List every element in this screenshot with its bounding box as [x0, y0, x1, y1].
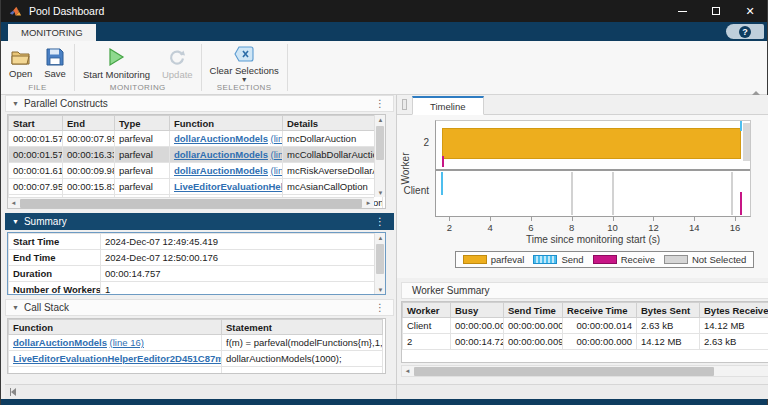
empty-cell[interactable] — [9, 367, 222, 375]
collapse-ribbon-button[interactable] — [752, 82, 761, 91]
type-cell[interactable]: parfeval — [115, 147, 170, 163]
type-cell[interactable]: parfeval — [115, 179, 170, 195]
statement-cell[interactable]: dollarAuctionModels(1000); — [222, 351, 383, 367]
type-cell[interactable]: parfeval — [115, 131, 170, 147]
scroll-up-icon[interactable]: ▲ — [375, 115, 386, 124]
timeline-event-notsel-thin[interactable] — [612, 172, 614, 215]
clear-selections-button[interactable]: Clear Selections ▼ — [210, 45, 279, 82]
function-link[interactable]: LiveEditorEvaluationHelpe... — [174, 181, 283, 192]
table-row[interactable]: End Time2024-Dec-07 12:50:00.176 — [9, 250, 385, 266]
parallel-constructs-header[interactable]: ▼ Parallel Constructs ⋮ — [5, 95, 394, 112]
table-row[interactable]: Start Time2024-Dec-07 12:49:45.419 — [9, 234, 385, 250]
horizontal-scrollbar[interactable]: ◄ ► — [401, 365, 768, 377]
receive-time-cell[interactable]: 00:00:00.000 — [563, 334, 637, 350]
scroll-right-icon[interactable]: ► — [363, 199, 374, 208]
start-cell[interactable]: 00:00:01.573 — [9, 147, 63, 163]
end-cell[interactable]: 00:00:09.989 — [63, 163, 115, 179]
scrollbar-thumb[interactable] — [376, 244, 384, 274]
vertical-scrollbar[interactable]: ▲ ▼ — [374, 233, 385, 294]
line-link[interactable]: (line 16) — [271, 133, 283, 144]
kebab-menu-icon[interactable]: ⋮ — [375, 98, 385, 109]
legend-item[interactable]: parfeval — [463, 254, 525, 265]
close-button[interactable]: ✕ — [733, 0, 767, 22]
start-cell[interactable]: 00:00:07.950 — [9, 179, 63, 195]
scroll-down-icon[interactable]: ▼ — [375, 188, 386, 197]
table-row[interactable]: dollarAuctionModels (line 16)f(m) = parf… — [9, 335, 383, 351]
tab-timeline[interactable]: Timeline — [412, 96, 484, 115]
line-link[interactable]: (line 16) — [110, 337, 144, 348]
scroll-down-icon[interactable]: ▼ — [375, 285, 386, 294]
summary-value-cell[interactable]: 1 — [101, 282, 385, 296]
table-row[interactable]: 00:00:07.95000:00:15.830parfevalLiveEdit… — [9, 179, 383, 195]
timeline-event-send[interactable] — [740, 121, 742, 131]
update-button[interactable]: Update — [162, 47, 193, 80]
table-row[interactable]: Number of Workers1 — [9, 282, 385, 296]
timeline-event-receive[interactable] — [442, 156, 444, 167]
bytes-received-cell[interactable]: 14.12 MB — [700, 318, 768, 334]
worker-summary-header[interactable]: ▼ Worker Summary ⋮ — [401, 282, 768, 299]
column-header[interactable]: Receive Time — [563, 303, 637, 318]
kebab-menu-icon[interactable]: ⋮ — [375, 216, 385, 227]
timeline-event-receive[interactable] — [740, 192, 742, 215]
column-header[interactable]: Busy — [451, 303, 504, 318]
legend-item[interactable]: Send — [533, 254, 583, 265]
bytes-sent-cell[interactable]: 2.63 kB — [637, 318, 700, 334]
summary-value-cell[interactable]: 00:00:14.757 — [101, 266, 385, 282]
table-row[interactable]: LiveEditorEvaluationHelperEeditor2D451C8… — [9, 351, 383, 367]
start-cell[interactable]: 00:00:01.615 — [9, 163, 63, 179]
timeline-event-notsel[interactable] — [743, 123, 750, 161]
table-row[interactable]: 00:00:01.57300:00:16.330parfevaldollarAu… — [9, 147, 383, 163]
summary-header[interactable]: ▼ Summary ⋮ — [5, 213, 394, 230]
send-time-cell[interactable]: 00:00:00.000 — [504, 318, 563, 334]
start-monitoring-button[interactable]: Start Monitoring — [83, 47, 150, 80]
table-row[interactable]: Client00:00:00.00000:00:00.00000:00:00.0… — [403, 318, 768, 334]
send-time-cell[interactable]: 00:00:00.009 — [504, 334, 563, 350]
kebab-menu-icon[interactable]: ⋮ — [375, 302, 385, 313]
column-header[interactable]: Bytes Received — [700, 303, 768, 318]
end-cell[interactable]: 00:00:15.830 — [63, 179, 115, 195]
column-header[interactable]: Function — [170, 116, 283, 131]
column-header[interactable]: Function — [9, 320, 222, 335]
table-row[interactable]: Duration00:00:14.757 — [9, 266, 385, 282]
busy-cell[interactable]: 00:00:14.721 — [451, 334, 504, 350]
function-link[interactable]: dollarAuctionModels — [174, 165, 268, 176]
bytes-sent-cell[interactable]: 14.12 MB — [637, 334, 700, 350]
minimize-button[interactable] — [665, 0, 699, 22]
table-row[interactable]: 00:00:01.61500:00:09.989parfevaldollarAu… — [9, 163, 383, 179]
scrollbar-thumb[interactable] — [20, 199, 362, 208]
line-link[interactable]: (line 16) — [271, 149, 283, 160]
column-header[interactable]: End — [63, 116, 115, 131]
legend-item[interactable]: Receive — [593, 254, 655, 265]
summary-value-cell[interactable]: 2024-Dec-07 12:49:45.419 — [101, 234, 385, 250]
busy-cell[interactable]: 00:00:00.000 — [451, 318, 504, 334]
column-header[interactable]: Start — [9, 116, 63, 131]
type-cell[interactable]: parfeval — [115, 163, 170, 179]
timeline-plot[interactable] — [435, 120, 751, 217]
panel-grip-icon[interactable] — [402, 99, 407, 110]
timeline-event-parfeval[interactable] — [442, 128, 741, 159]
open-button[interactable]: Open — [9, 48, 32, 79]
table-row[interactable]: 00:00:01.57100:00:07.959parfevaldollarAu… — [9, 131, 383, 147]
timeline-event-notsel-thin[interactable] — [731, 172, 733, 215]
summary-label-cell[interactable]: Start Time — [9, 234, 101, 250]
vertical-scrollbar[interactable]: ▲ ▼ — [374, 115, 385, 197]
worker-cell[interactable]: Client — [403, 318, 451, 334]
function-link[interactable]: dollarAuctionModels — [174, 133, 268, 144]
timeline-event-send[interactable] — [441, 172, 443, 195]
summary-label-cell[interactable]: End Time — [9, 250, 101, 266]
receive-time-cell[interactable]: 00:00:00.014 — [563, 318, 637, 334]
column-header[interactable]: Worker — [403, 303, 451, 318]
scrollbar-thumb[interactable] — [414, 367, 714, 376]
maximize-button[interactable] — [699, 0, 733, 22]
line-link[interactable]: (line 16) — [271, 165, 283, 176]
function-link[interactable]: dollarAuctionModels — [13, 337, 107, 348]
horizontal-scrollbar[interactable]: ◄ ► — [8, 197, 374, 208]
details-cell[interactable]: mcRiskAverseDollarAuction — [283, 163, 383, 179]
end-cell[interactable]: 00:00:16.330 — [63, 147, 115, 163]
column-header[interactable]: Type — [115, 116, 170, 131]
column-header[interactable]: Statement — [222, 320, 383, 335]
scrollbar-thumb[interactable] — [376, 126, 384, 160]
table-row[interactable]: 200:00:14.72100:00:00.00900:00:00.00014.… — [403, 334, 768, 350]
function-link[interactable]: LiveEditorEvaluationHelperEeditor2D451C8… — [13, 353, 222, 364]
legend-item[interactable]: Not Selected — [664, 254, 746, 265]
